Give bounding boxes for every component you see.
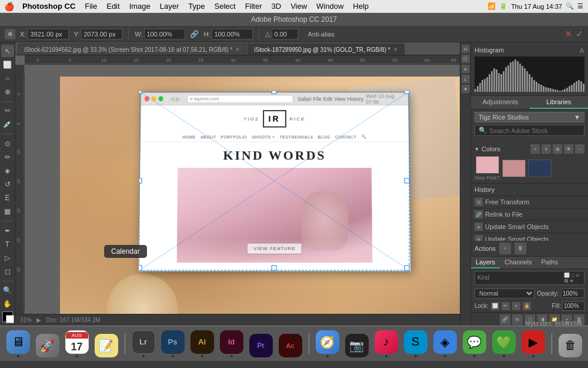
doc-tab-1[interactable]: iStock-621694562.jpg @ 33.3% (Screen Sho… [18,44,246,55]
file-menu[interactable]: File [80,0,102,13]
panel-icon-4[interactable]: L [462,75,470,83]
new-action-btn[interactable]: + [499,243,511,254]
panel-icon-2[interactable]: ◫ [462,55,470,63]
layer-menu[interactable]: Layer [155,0,184,13]
dock-skype[interactable]: S [402,330,429,357]
dock-finder[interactable]: 🖥 [5,330,32,357]
filter-menu[interactable]: Filter [240,0,267,13]
dock-safari[interactable]: 🧭 [314,330,341,357]
dock-illustrator[interactable]: Ai [189,330,216,357]
select-rect-tool[interactable]: ⬜ [1,58,14,71]
shape-tool[interactable]: ◻ [1,265,14,277]
history-item-3[interactable]: ◈ Update Smart Objects [471,233,588,241]
foreground-color[interactable] [2,311,13,322]
library-selector[interactable]: Tigz Rice Studios ▼ [475,112,584,122]
color-list-view-btn[interactable]: ≡ [542,144,551,154]
color-options-btn[interactable]: ⋯ [575,144,584,154]
image-menu[interactable]: Image [125,0,155,13]
path-tool[interactable]: ▷ [1,251,14,264]
notification-icon[interactable]: ☰ [577,2,583,10]
view-feature-btn[interactable]: VIEW FEATURE [247,243,302,254]
eraser-tool[interactable]: E [1,192,14,204]
doc-tab-2[interactable]: iStock-187289950.jpg @ 31% (GOLD_TR, RGB… [248,44,404,55]
stamp-tool[interactable]: ◈ [1,164,14,177]
h-input[interactable] [212,29,253,39]
move-tool[interactable]: ↖ [1,45,14,57]
dock-trash[interactable]: 🗑 [557,330,584,357]
dock-music[interactable]: ♪ [373,330,400,357]
eyedropper-tool[interactable]: 💉 [1,118,14,131]
type-tool[interactable]: T [1,238,14,250]
add-color-btn[interactable]: + [530,144,540,154]
dock-acrobat2[interactable]: ▶ [520,330,547,357]
layers-tab[interactable]: Layers [471,257,500,268]
confirm-transform-icon[interactable]: ✓ [576,28,583,39]
edit-menu[interactable]: Edit [102,0,124,13]
gradient-tool[interactable]: ▦ [1,205,14,218]
adjustments-tab[interactable]: Adjustments [471,96,530,109]
delete-action-btn[interactable]: 🗑 [514,243,526,254]
doc-tab-2-close[interactable]: ✕ [393,47,398,52]
crop-tool[interactable]: ✂ [1,105,14,117]
layers-search-input[interactable] [491,274,562,281]
pen-tool[interactable]: ✒ [1,224,14,237]
color-swatch-navy[interactable] [528,160,552,177]
cancel-transform-icon[interactable]: ✕ [564,28,572,39]
dock-notes[interactable]: 📝 [93,330,120,357]
dock-calendar[interactable]: AUG 17 [64,330,91,357]
channels-tab[interactable]: Channels [500,257,536,268]
dock-photoshop[interactable]: Ps [159,330,186,357]
apple-menu[interactable]: 🍎 [0,2,18,11]
blend-mode-select[interactable]: Normal [475,289,534,299]
dock-dropbox[interactable]: ◈ [432,330,459,357]
color-swatch-pink[interactable] [476,156,499,174]
lock-all-icon[interactable]: 🔒 [523,302,531,310]
search-icon[interactable]: 🔍 [566,2,574,10]
fill-input[interactable] [562,301,584,311]
panel-icon-1[interactable]: H [462,45,470,53]
doc-tab-1-close[interactable]: ✕ [235,47,240,52]
3d-menu[interactable]: 3D [267,0,286,13]
link-dimensions[interactable]: 🔗 [190,30,199,38]
color-eye-btn[interactable]: 👁 [564,144,573,154]
opacity-input[interactable] [561,289,584,298]
history-item-0[interactable]: ⊞ Free Transform [471,196,588,208]
brush-tool[interactable]: ✏ [1,151,14,163]
paths-tab[interactable]: Paths [537,257,563,268]
view-menu[interactable]: View [286,0,312,13]
dock-lightroom[interactable]: Lr [130,330,157,357]
dock-launchpad[interactable]: 🚀 [34,330,61,357]
adobe-stock-search[interactable]: 🔍 Search Adobe Stock [475,125,584,136]
spot-heal-tool[interactable]: ⊙ [1,137,14,150]
history-item-2[interactable]: ◈ Update Smart Objects [471,221,588,233]
angle-input[interactable] [272,29,298,39]
window-menu[interactable]: Window [312,0,348,13]
dock-wechat[interactable]: 💚 [490,330,517,357]
type-menu[interactable]: Type [183,0,209,13]
link-layers-btn[interactable]: 🔗 [500,314,510,325]
panel-icon-3[interactable]: A [462,65,470,73]
fx-btn[interactable]: fx [512,314,523,325]
lock-position-icon[interactable]: ✏ [502,302,510,310]
y-input[interactable] [81,29,122,39]
panel-icon-5[interactable]: ◈ [462,85,470,93]
w-input[interactable] [144,29,185,39]
x-input[interactable] [28,29,69,39]
app-name-menu[interactable]: Photoshop CC [18,0,80,13]
history-brush-tool[interactable]: ↺ [1,178,14,190]
lasso-tool[interactable]: ○ [1,72,14,84]
dock-camera[interactable]: 📷 [343,330,370,357]
zoom-tool[interactable]: 🔍 [1,284,14,297]
quick-select-tool[interactable]: ⊕ [1,86,14,98]
dock-indesign[interactable]: Id [218,330,245,357]
help-menu[interactable]: Help [348,0,373,13]
lock-pixels-icon[interactable]: ⬜ [491,302,499,310]
color-swatch-dark-pink[interactable] [502,160,526,177]
dock-premiere[interactable]: Pr [248,330,275,357]
libraries-tab[interactable]: Libraries [530,96,589,109]
dock-acrobat[interactable]: Ac [277,330,304,357]
history-item-1[interactable]: 🔗 Relink to File [471,208,588,221]
lock-artboard-icon[interactable]: + [512,302,520,310]
hand-tool[interactable]: ✋ [1,298,14,310]
color-grid-view-btn[interactable]: ⊞ [553,144,562,154]
